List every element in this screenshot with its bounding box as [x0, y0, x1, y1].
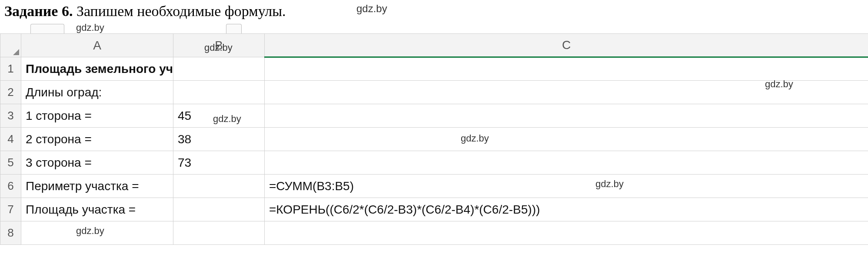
column-header-A[interactable]: A: [21, 33, 173, 57]
row-header[interactable]: 7: [0, 198, 21, 221]
sheet-tab-fragment[interactable]: [30, 24, 64, 33]
cell-A4[interactable]: 2 сторона =: [21, 127, 173, 151]
sheet-tab-fragment[interactable]: [226, 24, 242, 33]
watermark-text: gdz.by: [356, 3, 387, 15]
column-header-B[interactable]: B: [173, 33, 265, 57]
row-header[interactable]: 2: [0, 80, 21, 104]
spreadsheet: A B C 1 Площадь земельного участка 2 Дли…: [0, 22, 868, 245]
cell-C8[interactable]: [265, 221, 868, 244]
table-row: 7 Площадь участка = =КОРЕНЬ((C6/2*(C6/2-…: [0, 198, 868, 221]
task-text: Запишем необходимые формулы.: [76, 3, 286, 19]
cell-B2[interactable]: [173, 80, 265, 104]
cell-A8[interactable]: [21, 221, 173, 244]
table-row: 8: [0, 221, 868, 244]
cell-B8[interactable]: [173, 221, 265, 244]
select-all-corner[interactable]: [0, 33, 21, 57]
cell-C3[interactable]: [265, 104, 868, 127]
table-row: 1 Площадь земельного участка: [0, 57, 868, 80]
cell-B7[interactable]: [173, 198, 265, 221]
row-header[interactable]: 8: [0, 221, 21, 244]
cell-A7[interactable]: Площадь участка =: [21, 198, 173, 221]
row-header[interactable]: 1: [0, 57, 21, 80]
row-header[interactable]: 6: [0, 174, 21, 198]
column-header-C[interactable]: C: [265, 33, 868, 57]
cell-B1[interactable]: [173, 57, 265, 80]
cell-B5[interactable]: 73: [173, 151, 265, 174]
cell-A5[interactable]: 3 сторона =: [21, 151, 173, 174]
task-label: Задание 6.: [4, 3, 73, 19]
cell-C6[interactable]: =СУММ(B3:B5): [265, 174, 868, 198]
cell-B4[interactable]: 38: [173, 127, 265, 151]
cell-C5[interactable]: [265, 151, 868, 174]
cell-B3[interactable]: 45: [173, 104, 265, 127]
table-row: 4 2 сторона = 38: [0, 127, 868, 151]
spreadsheet-grid[interactable]: A B C 1 Площадь земельного участка 2 Дли…: [0, 33, 868, 245]
cell-A1[interactable]: Площадь земельного участка: [21, 57, 173, 80]
row-header[interactable]: 4: [0, 127, 21, 151]
row-header[interactable]: 5: [0, 151, 21, 174]
cell-B6[interactable]: [173, 174, 265, 198]
cell-A2[interactable]: Длины оград:: [21, 80, 173, 104]
table-row: 5 3 сторона = 73: [0, 151, 868, 174]
row-header[interactable]: 3: [0, 104, 21, 127]
table-row: 6 Периметр участка = =СУММ(B3:B5): [0, 174, 868, 198]
cell-A6[interactable]: Периметр участка =: [21, 174, 173, 198]
cell-C2[interactable]: [265, 80, 868, 104]
table-row: 2 Длины оград:: [0, 80, 868, 104]
cell-C1[interactable]: [265, 57, 868, 80]
cell-A3[interactable]: 1 сторона =: [21, 104, 173, 127]
task-header: Задание 6. Запишем необходимые формулы.: [0, 0, 868, 22]
cell-C4[interactable]: [265, 127, 868, 151]
table-row: 3 1 сторона = 45: [0, 104, 868, 127]
cell-C7[interactable]: =КОРЕНЬ((C6/2*(C6/2-B3)*(C6/2-B4)*(C6/2-…: [265, 198, 868, 221]
column-header-row: A B C: [0, 33, 868, 57]
tab-edges: [0, 22, 868, 33]
